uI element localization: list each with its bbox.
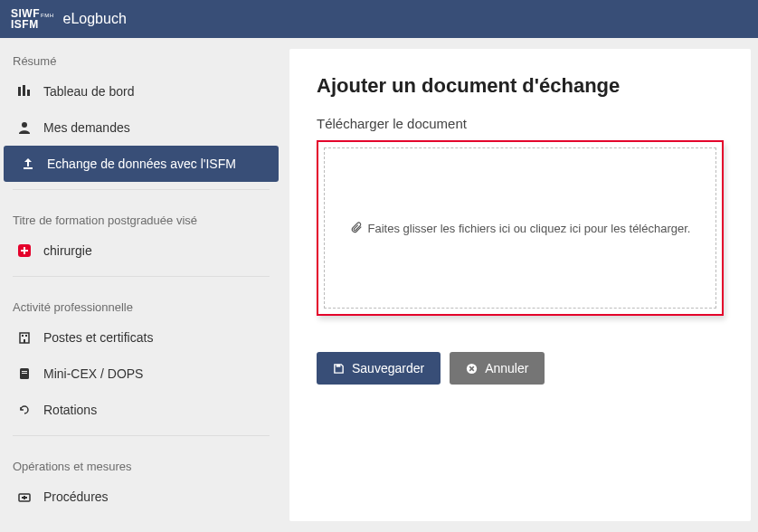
svg-rect-7 <box>21 250 28 252</box>
logo-subtext: FMH <box>41 13 54 18</box>
sidebar-item-data-exchange[interactable]: Echange de données avec l'ISFM <box>4 146 279 182</box>
page-title: Ajouter un document d'échange <box>317 74 724 98</box>
svg-rect-13 <box>22 371 27 372</box>
upload-hint-text: Faites glisser les fichiers ici ou cliqu… <box>368 222 691 235</box>
svg-rect-17 <box>22 497 27 499</box>
svg-rect-2 <box>27 90 30 96</box>
app-header: SIWFFMH ISFM eLogbuch <box>0 0 758 38</box>
button-row: Sauvegarder Annuler <box>317 352 724 385</box>
upload-dropzone[interactable]: Faites glisser les fichiers ici ou cliqu… <box>324 147 716 309</box>
logo-text-2: ISFM <box>11 20 54 29</box>
sidebar-item-procedures[interactable]: Procédures <box>0 479 282 515</box>
user-icon <box>16 121 33 134</box>
sidebar-item-label: Rotations <box>43 403 97 417</box>
upload-highlight-frame: Faites glisser les fichiers ici ou cliqu… <box>317 140 724 316</box>
sidebar-item-label: Mes demandes <box>43 120 130 135</box>
section-label-activity: Activité professionnelle <box>0 284 282 319</box>
rotate-icon <box>16 404 33 416</box>
clipboard-icon <box>16 367 33 380</box>
building-icon <box>16 331 33 344</box>
save-icon <box>333 363 345 375</box>
svg-rect-4 <box>24 167 33 169</box>
svg-rect-11 <box>24 339 25 343</box>
upload-field-label: Télécharger le document <box>317 116 724 131</box>
paperclip-icon <box>350 221 363 236</box>
divider <box>13 435 270 436</box>
sidebar-item-label: Mini-CEX / DOPS <box>43 366 143 381</box>
sidebar-item-dashboard[interactable]: Tableau de bord <box>0 73 282 109</box>
sidebar-item-minicex[interactable]: Mini-CEX / DOPS <box>0 356 282 392</box>
sidebar-item-label: Tableau de bord <box>43 84 134 99</box>
divider <box>13 276 270 277</box>
section-label-title: Titre de formation postgraduée visé <box>0 197 282 233</box>
dashboard-icon <box>16 85 33 98</box>
svg-point-3 <box>22 122 27 128</box>
sidebar-item-requests[interactable]: Mes demandes <box>0 109 282 146</box>
medkit-icon <box>16 490 33 503</box>
brand-logo: SIWFFMH ISFM <box>11 9 54 29</box>
plus-cross-icon <box>16 244 33 257</box>
svg-rect-1 <box>23 85 25 96</box>
upload-icon <box>20 157 36 170</box>
sidebar-item-label: Echange de données avec l'ISFM <box>47 157 236 171</box>
svg-rect-14 <box>22 373 27 374</box>
sidebar-item-posts[interactable]: Postes et certificats <box>0 319 282 356</box>
sidebar-item-label: Procédures <box>43 489 109 504</box>
svg-rect-18 <box>336 364 341 366</box>
section-label-operations: Opérations et mesures <box>0 443 282 479</box>
divider <box>13 189 270 190</box>
main-content: Ajouter un document d'échange Télécharge… <box>289 49 751 521</box>
svg-rect-0 <box>18 87 21 96</box>
cancel-icon <box>466 363 478 375</box>
save-button[interactable]: Sauvegarder <box>317 352 441 385</box>
sidebar-item-rotations[interactable]: Rotations <box>0 392 282 428</box>
cancel-button-label: Annuler <box>485 361 528 375</box>
sidebar-item-surgery[interactable]: chirurgie <box>0 233 282 269</box>
sidebar-item-label: Postes et certificats <box>43 330 153 345</box>
save-button-label: Sauvegarder <box>352 361 424 375</box>
cancel-button[interactable]: Annuler <box>450 352 545 385</box>
sidebar: Résumé Tableau de bord Mes demandes Echa… <box>0 38 282 532</box>
sidebar-item-label: chirurgie <box>43 243 92 258</box>
section-label-resume: Résumé <box>0 38 282 73</box>
app-title: eLogbuch <box>63 11 127 27</box>
svg-rect-10 <box>25 335 27 337</box>
svg-rect-9 <box>22 335 24 337</box>
